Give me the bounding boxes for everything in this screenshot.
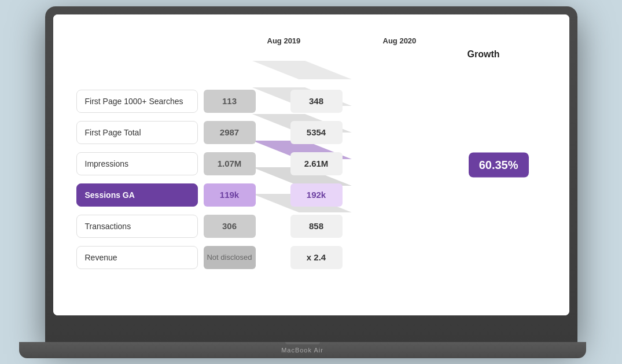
metric-row-first-page-1000: First Page 1000+ Searches113348 [76,88,546,115]
laptop-brand: MacBook Air [281,347,323,354]
growth-badge: 60.35% [469,152,529,177]
val2020-impressions: 2.61M [290,152,343,175]
laptop-base: MacBook Air [19,342,586,358]
label-first-page-total: First Page Total [76,121,198,144]
val2019-first-page-total: 2987 [204,121,256,144]
label-sessions-ga: Sessions GA [76,183,198,207]
val2020-first-page-1000: 348 [290,90,343,113]
val2019-first-page-1000: 113 [204,90,256,113]
val2019-revenue: Not disclosed [204,246,256,269]
label-revenue: Revenue [76,246,198,269]
label-transactions: Transactions [76,215,198,238]
year-2020-label: Aug 2020 [383,36,417,45]
val2020-revenue: x 2.4 [290,246,343,269]
year-2019-label: Aug 2019 [267,36,301,45]
label-impressions: Impressions [76,152,198,175]
metric-row-revenue: RevenueNot disclosedx 2.4 [76,244,546,271]
val2019-transactions: 306 [204,215,256,238]
val2020-transactions: 858 [290,215,343,238]
metric-row-sessions-ga: Sessions GA119k192k [76,182,546,208]
val2019-impressions: 1.07M [204,152,256,175]
screen-content: Aug 2019 Aug 2020 Growth First Page 1000… [53,14,569,315]
chart-container: Aug 2019 Aug 2020 Growth First Page 1000… [76,32,546,298]
val2019-sessions-ga: 119k [204,183,256,207]
laptop-wrapper: Aug 2019 Aug 2020 Growth First Page 1000… [36,6,586,358]
laptop-screen: Aug 2019 Aug 2020 Growth First Page 1000… [53,14,569,315]
val2020-sessions-ga: 192k [290,183,343,207]
label-first-page-1000: First Page 1000+ Searches [76,90,198,113]
rows-area: First Page 1000+ Searches113348First Pag… [76,88,546,271]
metric-row-transactions: Transactions306858 [76,213,546,240]
val2020-first-page-total: 5354 [290,121,343,144]
growth-label: Growth [468,49,500,60]
metric-row-first-page-total: First Page Total29875354 [76,119,546,146]
laptop-outer: Aug 2019 Aug 2020 Growth First Page 1000… [45,6,577,342]
